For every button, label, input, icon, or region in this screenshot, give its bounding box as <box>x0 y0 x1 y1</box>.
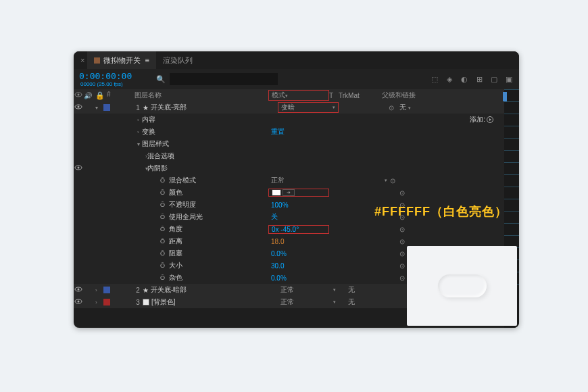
preview-thumbnail <box>407 246 517 326</box>
prop-name: 颜色 <box>169 188 182 197</box>
pickwhip-icon[interactable]: ⊙ <box>390 177 399 185</box>
lock-header[interactable]: 🔒 <box>95 91 105 100</box>
audio-header[interactable]: 🔊 <box>83 92 93 99</box>
prop-name: 距离 <box>169 237 182 246</box>
tab-label: 微拟物开关 <box>103 55 141 66</box>
pickwhip-icon[interactable]: ⊙ <box>399 189 409 197</box>
prop-value[interactable]: 0.0% <box>271 274 287 282</box>
blend-mode-dropdown[interactable]: 变暗▾ <box>278 102 339 113</box>
pickwhip-icon[interactable]: ⊙ <box>389 104 398 112</box>
stopwatch-icon[interactable]: Ŏ <box>160 201 165 208</box>
search-input[interactable] <box>170 73 278 85</box>
svg-point-3 <box>78 106 80 108</box>
innershadow-label: 内阴影 <box>147 164 168 173</box>
blend-mode-dropdown[interactable]: 正常▾ <box>278 285 339 295</box>
prop-value[interactable]: 关 <box>271 212 278 222</box>
stopwatch-icon[interactable]: Ŏ <box>160 214 165 220</box>
play-icon[interactable] <box>487 116 493 123</box>
panel-tabs: × 微拟物开关 ≡ 渲染队列 <box>74 51 519 69</box>
playhead-icon[interactable] <box>503 92 507 101</box>
tab-composition[interactable]: 微拟物开关 ≡ <box>87 51 155 69</box>
prop-name: 混合模式 <box>169 176 196 185</box>
visibility-header[interactable] <box>74 91 83 99</box>
pickwhip-icon[interactable]: ⊙ <box>399 226 409 233</box>
timecode-row: 0:00:00:00 00000 (25.00 fps) 🔍 ⬚ ◈ ◐ ⊞ ▢… <box>74 69 519 89</box>
stopwatch-icon[interactable]: Ŏ <box>160 274 165 281</box>
color-swatch[interactable] <box>272 189 281 196</box>
annotation-text: #FFFFFF（白色亮色） <box>374 203 508 220</box>
blend-mode-dropdown[interactable]: 正常▾ <box>278 297 339 307</box>
visibility-toggle[interactable] <box>74 286 83 294</box>
prop-dropdown[interactable]: 正常▾ <box>268 176 390 185</box>
pickwhip-icon[interactable]: ⊙ <box>399 238 409 245</box>
layer-number: 2 <box>133 287 143 294</box>
trkmat-dropdown[interactable]: 无 <box>348 285 389 295</box>
prop-name: 大小 <box>169 261 182 270</box>
graph-icon[interactable]: ⊞ <box>474 74 484 84</box>
layer-row[interactable]: ▾ 1 ★开关底-亮部 变暗▾ ⊙ 无 ▾ <box>74 101 519 114</box>
stopwatch-icon[interactable]: Ŏ <box>160 226 165 232</box>
render-icon[interactable]: ▣ <box>504 74 514 84</box>
contents-label: 内容 <box>142 115 155 124</box>
expand-icon[interactable]: ▾ <box>95 105 102 111</box>
tab-label: 渲染队列 <box>163 55 193 66</box>
property-group[interactable]: ›混合选项 <box>74 150 519 162</box>
timeline-panel: × 微拟物开关 ≡ 渲染队列 0:00:00:00 00000 (25.00 f… <box>74 51 519 328</box>
motion-blur-icon[interactable]: ◐ <box>460 74 469 84</box>
comp-icon <box>94 57 100 64</box>
expand-icon[interactable]: › <box>95 287 102 293</box>
label-color[interactable] <box>103 287 110 293</box>
draft-icon[interactable]: ▢ <box>489 74 499 84</box>
t-header: T <box>329 92 339 99</box>
property-group[interactable]: ›变换 重置 <box>74 126 519 138</box>
property-row: Ŏ颜色 ➜ ⊙ <box>74 187 519 199</box>
parent-header: 父级和链接 <box>379 91 467 100</box>
prop-value[interactable]: 0.0% <box>271 250 287 258</box>
star-icon: ★ <box>143 287 149 294</box>
trkmat-header[interactable]: TrkMat <box>339 92 379 99</box>
property-row: Ŏ角度 0x -45.0° ⊙ <box>74 223 519 235</box>
reset-link[interactable]: 重置 <box>271 127 285 137</box>
property-group[interactable]: ▾图层样式 <box>74 138 519 150</box>
layer-number: 1 <box>133 104 143 112</box>
layer-name[interactable]: 开关底-暗部 <box>151 285 187 295</box>
prop-value[interactable]: 30.0 <box>271 262 284 270</box>
blendopts-label: 混合选项 <box>147 151 174 161</box>
name-header[interactable]: 图层名称 <box>133 91 268 100</box>
fx-visibility[interactable] <box>74 164 83 172</box>
label-color[interactable] <box>103 104 110 111</box>
visibility-toggle[interactable] <box>74 103 83 112</box>
add-control[interactable]: 添加: <box>470 115 493 124</box>
prop-value[interactable]: 100% <box>271 201 289 209</box>
frame-blend-icon[interactable]: ◈ <box>445 74 454 84</box>
prop-name: 杂色 <box>169 273 182 283</box>
parent-dropdown[interactable]: 无 ▾ <box>398 103 452 112</box>
stopwatch-icon[interactable]: Ŏ <box>160 238 165 245</box>
visibility-toggle[interactable] <box>74 298 83 306</box>
expand-icon[interactable]: › <box>95 299 102 305</box>
svg-point-1 <box>78 94 80 96</box>
stopwatch-icon[interactable]: Ŏ <box>160 177 165 184</box>
layer-number: 3 <box>133 299 143 306</box>
mode-header[interactable]: 模式▾ <box>268 90 329 101</box>
trkmat-dropdown[interactable]: 无 <box>348 297 389 307</box>
layer-name[interactable]: 开关底-亮部 <box>151 103 187 112</box>
color-value[interactable]: ➜ <box>268 189 329 197</box>
layer-name[interactable]: [背景色] <box>151 297 176 307</box>
eyedropper-icon[interactable]: ➜ <box>283 189 295 196</box>
property-group[interactable]: ›内容 添加: <box>74 114 519 126</box>
stopwatch-icon[interactable]: Ŏ <box>160 189 165 196</box>
prop-value[interactable]: 18.0 <box>271 238 284 245</box>
stopwatch-icon[interactable]: Ŏ <box>160 250 165 257</box>
layerstyle-label: 图层样式 <box>142 139 169 149</box>
current-time[interactable]: 0:00:00:00 <box>79 71 132 81</box>
close-icon[interactable]: × <box>74 56 87 64</box>
shy-icon[interactable]: ⬚ <box>430 74 439 84</box>
tab-render-queue[interactable]: 渲染队列 <box>156 51 199 69</box>
property-group[interactable]: ▾内阴影 <box>74 162 519 174</box>
label-color[interactable] <box>103 299 110 305</box>
stopwatch-icon[interactable]: Ŏ <box>160 262 165 269</box>
svg-point-5 <box>78 167 80 169</box>
prop-value[interactable]: 0x -45.0° <box>272 226 299 233</box>
svg-point-7 <box>78 289 80 291</box>
